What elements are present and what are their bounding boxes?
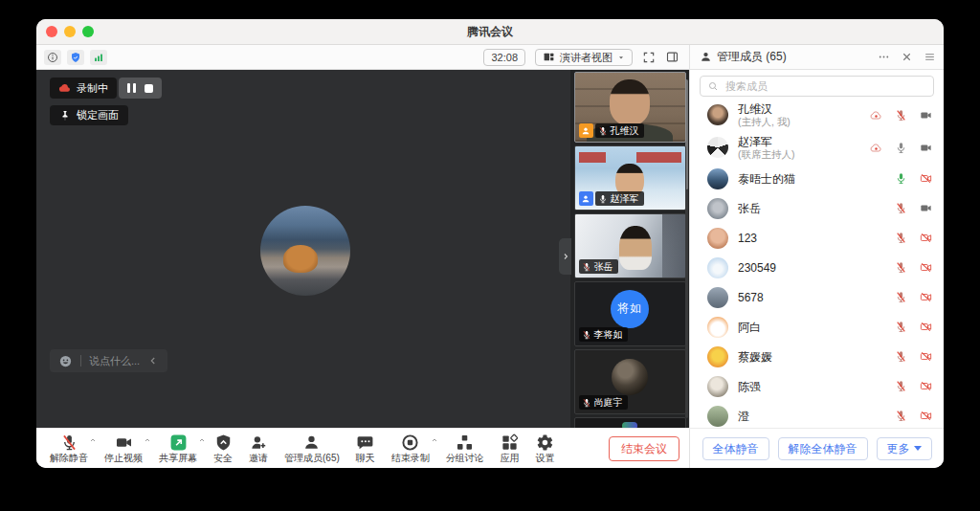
toolbar-gear[interactable]: 设置	[536, 433, 555, 463]
chevron-left-icon[interactable]	[147, 355, 159, 367]
toolbar-stop-record[interactable]: 结束录制	[391, 433, 430, 463]
person-white-icon	[581, 194, 590, 204]
cam-off-icon[interactable]	[920, 410, 932, 422]
strip-collapse-handle[interactable]	[559, 238, 571, 275]
chevron-up-icon[interactable]	[144, 436, 151, 444]
signal-button[interactable]	[90, 50, 107, 65]
toolbar-camera-dark[interactable]: 停止视频	[104, 433, 143, 463]
toolbar-mic-muted-dark[interactable]: 解除静音	[50, 433, 88, 463]
mic-muted-icon[interactable]	[895, 109, 907, 122]
toolbar-chat-bubble[interactable]: 聊天	[356, 433, 375, 463]
member-row-230549[interactable]: 230549	[690, 253, 944, 282]
emoji-icon[interactable]	[58, 354, 73, 368]
person-icon	[302, 433, 321, 452]
avatar	[707, 137, 728, 158]
avatar	[707, 198, 728, 219]
status-icon-group	[44, 50, 107, 65]
toolbar-label: 结束录制	[391, 453, 430, 463]
member-info: 阿白	[738, 321, 761, 334]
member-row-澄[interactable]: 澄	[690, 401, 944, 428]
member-info: 陈强	[738, 380, 761, 393]
more-button[interactable]: 更多	[877, 437, 932, 460]
member-status-icons	[895, 410, 932, 422]
thumbnail-avatar	[612, 359, 648, 395]
cam-on-icon[interactable]	[920, 142, 932, 154]
more-dots-icon[interactable]	[878, 51, 890, 63]
view-mode-dropdown[interactable]: 演讲者视图	[535, 49, 633, 66]
mic-muted-icon[interactable]	[895, 232, 907, 244]
cam-off-icon[interactable]	[920, 380, 932, 392]
video-thumbnail-赵泽军[interactable]: 赵泽军	[574, 145, 686, 211]
titlebar: 腾讯会议	[36, 19, 944, 45]
mic-muted-icon[interactable]	[895, 380, 907, 392]
mic-muted-icon[interactable]	[895, 410, 907, 422]
member-info: 5678	[738, 291, 764, 304]
mic-active-icon[interactable]	[895, 172, 907, 185]
member-row-5678[interactable]: 5678	[690, 282, 944, 312]
apps-icon	[501, 433, 519, 452]
shield-blue-button[interactable]	[67, 50, 84, 65]
member-row-蔡媛媛[interactable]: 蔡媛媛	[690, 342, 944, 371]
cam-off-icon[interactable]	[920, 291, 932, 303]
mic-muted-icon[interactable]	[895, 261, 907, 274]
video-thumbnail-张岳[interactable]: 张岳	[574, 213, 686, 278]
pause-recording-button[interactable]	[127, 83, 136, 93]
chevron-up-icon[interactable]	[431, 436, 438, 444]
toolbar-person[interactable]: 管理成员(65)	[284, 433, 340, 463]
toolbar-apps[interactable]: 应用	[501, 433, 520, 463]
video-thumbnail[interactable]	[574, 417, 686, 428]
sidebar-layout-icon[interactable]	[665, 50, 679, 64]
toolbar-breakout[interactable]: 分组讨论	[446, 433, 484, 463]
cam-off-icon[interactable]	[920, 261, 932, 274]
member-info: 蔡媛媛	[738, 350, 772, 364]
info-button[interactable]	[44, 50, 61, 65]
cloud-rec-icon	[870, 142, 882, 154]
cam-off-icon[interactable]	[920, 232, 932, 244]
member-row-陈强[interactable]: 陈强	[690, 371, 944, 401]
member-status-icons	[870, 109, 932, 122]
avatar	[707, 104, 728, 125]
cam-on-icon[interactable]	[920, 202, 932, 214]
member-panel-header: 管理成员 (65)	[689, 45, 944, 69]
stop-recording-button[interactable]	[145, 84, 153, 93]
video-thumbnail-尚庭宇[interactable]: 尚庭宇	[574, 349, 686, 414]
cam-off-icon[interactable]	[920, 321, 932, 333]
avatar	[707, 376, 728, 397]
cam-off-icon[interactable]	[920, 172, 932, 185]
unmute-all-button[interactable]: 解除全体静音	[778, 437, 868, 460]
member-row-阿白[interactable]: 阿白	[690, 312, 944, 342]
chat-placeholder[interactable]: 说点什么...	[89, 354, 140, 368]
thumbnail-name-badge: 赵泽军	[579, 191, 644, 206]
chevron-up-icon[interactable]	[198, 436, 206, 444]
member-row-泰晤士的猫[interactable]: 泰晤士的猫	[690, 164, 944, 193]
toolbar-share-screen[interactable]: 共享屏幕	[159, 433, 197, 463]
member-row-赵泽军[interactable]: 赵泽军(联席主持人)	[690, 131, 944, 164]
mic-badge-muted-icon	[582, 398, 591, 408]
fullscreen-icon[interactable]	[642, 51, 656, 64]
member-info: 孔维汉(主持人, 我)	[738, 102, 791, 127]
toolbar-person-plus[interactable]: 邀请	[249, 433, 268, 463]
mic-on-icon[interactable]	[895, 142, 907, 154]
chevron-up-icon[interactable]	[89, 436, 97, 444]
video-thumbnail-孔维汉[interactable]: 孔维汉	[574, 72, 686, 143]
video-thumbnail-李将如[interactable]: 将如李将如	[574, 281, 686, 346]
mute-all-button[interactable]: 全体静音	[702, 437, 769, 460]
member-row-123[interactable]: 123	[690, 223, 944, 253]
member-search-input[interactable]	[724, 79, 926, 93]
toolbar-shield-dark[interactable]: 安全	[213, 433, 233, 463]
lock-view-badge[interactable]: 锁定画面	[50, 105, 128, 125]
mic-muted-icon[interactable]	[895, 291, 907, 303]
member-role: (联席主持人)	[738, 148, 795, 160]
end-meeting-button[interactable]: 结束会议	[609, 436, 679, 461]
cam-on-icon[interactable]	[920, 109, 932, 122]
mic-muted-icon[interactable]	[895, 350, 907, 363]
mic-muted-icon[interactable]	[895, 202, 907, 214]
hamburger-icon[interactable]	[924, 51, 936, 63]
cam-off-icon[interactable]	[920, 350, 932, 363]
chat-quick-input[interactable]: 说点什么...	[50, 349, 167, 372]
member-row-张岳[interactable]: 张岳	[690, 193, 944, 223]
mic-muted-icon[interactable]	[895, 321, 907, 333]
close-icon[interactable]	[901, 51, 913, 63]
member-row-孔维汉[interactable]: 孔维汉(主持人, 我)	[690, 99, 944, 131]
member-name: 阿白	[738, 321, 761, 334]
